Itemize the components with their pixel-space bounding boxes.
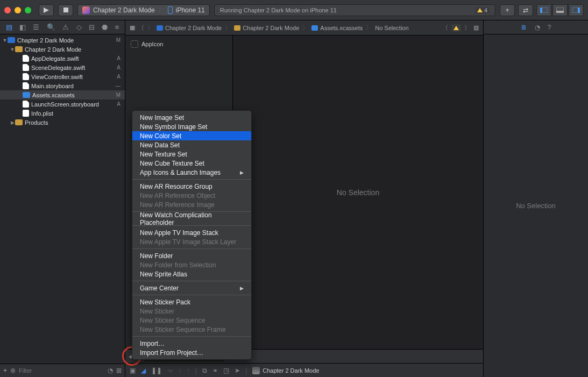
breadcrumb-1[interactable]: Chapter 2 Dark Mode	[157, 25, 222, 31]
file-inspector-tab[interactable]: 🗎	[521, 24, 527, 31]
ctx-import-from-project[interactable]: Import From Project…	[132, 348, 251, 357]
asset-item-appicon[interactable]: AppIcon	[129, 39, 229, 49]
tree-file-viewcontroller[interactable]: ViewController.swift A	[0, 72, 125, 81]
report-navigator-tab[interactable]: ≡	[115, 23, 119, 31]
breadcrumb-3[interactable]: Assets.xcassets	[311, 25, 363, 31]
jump-back-button[interactable]: 〈	[442, 24, 448, 32]
breadcrumb-4[interactable]: No Selection	[375, 25, 408, 31]
disclosure-icon[interactable]: ▼	[2, 38, 8, 43]
ctx-new-appletv-stack[interactable]: New Apple TV Image Stack	[132, 228, 251, 237]
tree-file-launchscreen[interactable]: LaunchScreen.storyboard A	[0, 99, 125, 109]
ctx-new-sticker-sequence: New Sticker Sequence	[132, 316, 251, 325]
tree-label: Info.plist	[31, 110, 53, 117]
process-selector[interactable]: Chapter 2 Dark Mode	[252, 367, 319, 374]
project-navigator-tab[interactable]: ▤	[6, 23, 12, 31]
disclosure-icon[interactable]: ▶	[10, 120, 15, 125]
tree-file-infoplist[interactable]: Info.plist	[0, 109, 125, 118]
back-button[interactable]: 〈	[138, 24, 144, 32]
find-navigator-tab[interactable]: 🔍	[47, 23, 55, 31]
step-into-button[interactable]: ↓	[178, 367, 181, 374]
minimize-window[interactable]	[15, 7, 21, 13]
history-inspector-tab[interactable]: ◔	[535, 24, 540, 31]
stop-button[interactable]	[58, 4, 73, 16]
ctx-new-sticker-pack[interactable]: New Sticker Pack	[132, 297, 251, 307]
help-inspector-tab[interactable]: ?	[548, 24, 551, 31]
new-asset-context-menu: New Image Set New Symbol Image Set New C…	[132, 110, 252, 360]
toggle-debug-area-button[interactable]	[552, 4, 568, 16]
ctx-new-ar-resource-group[interactable]: New AR Resource Group	[132, 182, 251, 191]
tree-file-mainstoryboard[interactable]: Main.storyboard —	[0, 81, 125, 90]
recent-filter-button[interactable]: ◔	[108, 367, 113, 374]
hide-debug-button[interactable]: ▣	[130, 367, 136, 374]
ctx-new-symbol-image-set[interactable]: New Symbol Image Set	[132, 122, 251, 131]
ctx-game-center-submenu[interactable]: Game Center	[132, 283, 251, 293]
device-name: iPhone 11	[176, 6, 205, 14]
continue-button[interactable]: ❚❚	[151, 367, 162, 374]
source-control-navigator-tab[interactable]: ◧	[19, 23, 26, 31]
ctx-app-icons-submenu[interactable]: App Icons & Launch Images	[132, 168, 251, 177]
ctx-new-color-set[interactable]: New Color Set	[132, 131, 251, 140]
scheme-selector[interactable]: Chapter 2 Dark Mode 〉 iPhone 11	[77, 4, 210, 16]
activity-status[interactable]: Running Chapter 2 Dark Mode on iPhone 11…	[214, 4, 495, 16]
ctx-import[interactable]: Import…	[132, 339, 251, 348]
ctx-new-sprite-atlas[interactable]: New Sprite Atlas	[132, 269, 251, 279]
step-over-button[interactable]: ⤼	[167, 367, 173, 374]
zoom-window[interactable]	[25, 7, 31, 13]
tree-file-assets[interactable]: Assets.xcassets M	[0, 90, 125, 99]
breadcrumb-2[interactable]: Chapter 2 Dark Mode	[234, 25, 299, 31]
scm-filter-button[interactable]: ⊠	[116, 367, 122, 374]
ctx-new-ar-reference-image: New AR Reference Image	[132, 200, 251, 209]
tree-file-appdelegate[interactable]: AppDelegate.swift A	[0, 54, 125, 63]
tree-group[interactable]: ▼ Chapter 2 Dark Mode	[0, 45, 125, 54]
library-button[interactable]: +	[500, 4, 515, 16]
plist-file-icon	[23, 110, 29, 117]
environment-overrides-button[interactable]: ◳	[223, 367, 229, 374]
step-out-button[interactable]: ↑	[187, 367, 190, 374]
project-icon	[157, 25, 163, 31]
storyboard-file-icon	[23, 101, 29, 108]
breakpoints-toggle[interactable]: ◢	[141, 367, 146, 374]
disclosure-icon[interactable]: ▼	[10, 47, 15, 52]
breakpoint-navigator-tab[interactable]: ⬣	[102, 23, 108, 31]
editor-options-button[interactable]: ▥	[473, 24, 479, 31]
symbol-navigator-tab[interactable]: ☰	[33, 23, 39, 31]
add-button[interactable]: +	[3, 367, 7, 374]
toggle-navigator-button[interactable]	[536, 4, 551, 16]
ctx-new-folder[interactable]: New Folder	[132, 251, 251, 260]
memory-graph-button[interactable]: ⚭	[212, 367, 218, 374]
svg-rect-1	[63, 8, 68, 12]
tree-group-products[interactable]: ▶ Products	[0, 118, 125, 127]
code-review-button[interactable]: ⇄	[518, 4, 533, 16]
ctx-new-ar-reference-object: New AR Reference Object	[132, 191, 251, 200]
ctx-new-data-set[interactable]: New Data Set	[132, 140, 251, 150]
navigator-filter-input[interactable]	[19, 367, 104, 374]
toggle-inspector-button[interactable]	[569, 4, 584, 16]
process-icon	[252, 367, 260, 374]
ctx-new-folder-from-selection: New Folder from Selection	[132, 260, 251, 269]
simulate-location-button[interactable]: ➤	[235, 367, 240, 374]
navigator-footer: + ⊕ ◔ ⊠	[0, 364, 125, 377]
tree-label: Products	[25, 119, 48, 126]
scm-status: A	[117, 65, 121, 70]
ctx-new-watch-complication[interactable]: New Watch Complication Placeholder	[132, 214, 251, 223]
jump-forward-button[interactable]: 〉	[464, 24, 470, 32]
tree-file-scenedelegate[interactable]: SceneDelegate.swift A	[0, 63, 125, 72]
warnings-badge[interactable]: 4	[475, 7, 490, 13]
run-button[interactable]	[39, 4, 54, 16]
issue-jump-button[interactable]	[451, 24, 461, 32]
debug-navigator-tab[interactable]: ⊟	[89, 23, 95, 31]
ctx-new-image-set[interactable]: New Image Set	[132, 113, 251, 122]
scm-status: A	[117, 55, 121, 61]
ctx-new-sticker-sequence-frame: New Sticker Sequence Frame	[132, 325, 251, 334]
ctx-new-texture-set[interactable]: New Texture Set	[132, 150, 251, 159]
close-window[interactable]	[4, 7, 11, 13]
ctx-new-cube-texture-set[interactable]: New Cube Texture Set	[132, 159, 251, 168]
issue-navigator-tab[interactable]: ⚠	[62, 23, 69, 31]
related-items-button[interactable]: ▦	[130, 24, 135, 31]
test-navigator-tab[interactable]: ◇	[76, 23, 82, 31]
view-debug-button[interactable]: ⧉	[202, 367, 207, 374]
tree-label: Chapter 2 Dark Mode	[17, 37, 74, 44]
tree-project-root[interactable]: ▼ Chapter 2 Dark Mode M	[0, 35, 125, 45]
scm-status: A	[117, 74, 121, 80]
forward-button[interactable]: 〉	[147, 24, 153, 32]
